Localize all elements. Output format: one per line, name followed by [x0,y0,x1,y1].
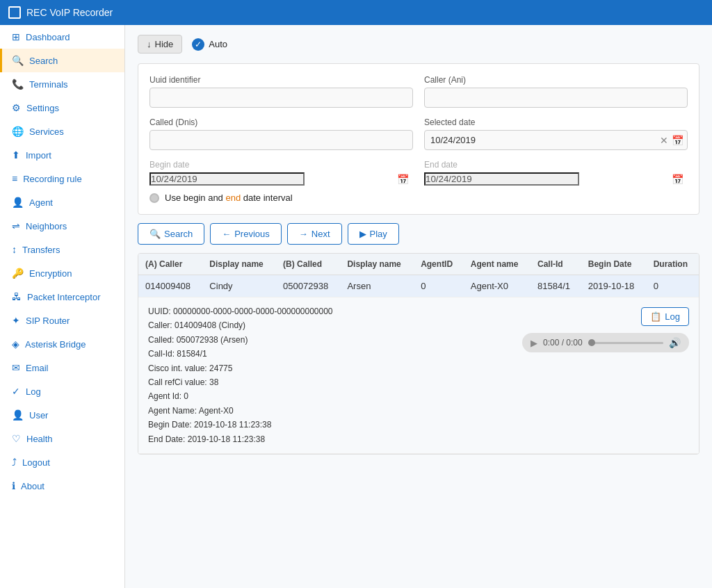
begin-date-label: Begin date [149,160,413,170]
sidebar-item-health[interactable]: ♡Health [0,427,124,450]
sidebar-icon-neighbors: ⇌ [12,220,20,231]
sidebar-item-neighbors[interactable]: ⇌Neighbors [0,214,124,238]
next-arrow-icon: → [299,229,308,239]
results-table: (A) CallerDisplay name(B) CalledDisplay … [138,254,699,454]
search-icon: 🔍 [149,229,161,239]
previous-button[interactable]: ← Previous [210,223,282,245]
caller-input[interactable] [424,88,688,108]
begin-date-group: Begin date 📅 [149,160,413,186]
sidebar-item-logout[interactable]: ⤴Logout [0,450,124,474]
detail-caller: Caller: 014009408 (Cindy) [148,318,508,332]
table-cell: 81584/1 [531,275,581,297]
sidebar-item-terminals[interactable]: 📞Terminals [0,72,124,96]
sidebar-icon-transfers: ↕ [12,244,17,255]
hide-arrow-icon: ↓ [147,39,152,49]
hide-button[interactable]: ↓ Hide [138,35,182,54]
log-button[interactable]: 📋 Log [641,307,689,326]
sidebar-item-email[interactable]: ✉Email [0,356,124,379]
called-group: Called (Dnis) [149,117,413,150]
table-col-header: (A) Caller [138,254,202,275]
sidebar-icon-user: 👤 [12,409,24,420]
audio-time: 0:00 / 0:00 [543,338,583,348]
table-col-header: Call-Id [531,254,581,275]
hide-label: Hide [155,39,174,49]
play-label: Play [370,229,387,239]
sidebar-item-dashboard[interactable]: ⊞Dashboard [0,25,124,49]
sidebar-item-services[interactable]: 🌐Services [0,120,124,143]
called-input[interactable] [149,130,413,150]
sidebar-item-log[interactable]: ✓Log [0,379,124,403]
begin-date-input[interactable] [149,172,305,186]
selected-date-input[interactable] [424,130,688,150]
detail-called: Called: 050072938 (Arsen) [148,333,508,347]
audio-progress-bar[interactable] [588,342,663,344]
sidebar-label-user: User [29,410,48,420]
auto-label: Auto [209,39,227,49]
uuid-input[interactable] [149,88,413,108]
sidebar-item-transfers[interactable]: ↕Transfers [0,238,124,261]
table-col-header: Begin Date [581,254,647,275]
sidebar-item-settings[interactable]: ⚙Settings [0,96,124,120]
detail-call-id: Call-Id: 81584/1 [148,347,508,361]
next-button[interactable]: → Next [287,223,342,245]
interval-toggle[interactable] [149,193,159,203]
audio-play-icon[interactable]: ▶ [531,338,537,348]
interval-text-end: end [225,193,241,203]
sidebar-item-encryption[interactable]: 🔑Encryption [0,261,124,285]
selected-date-wrap: ✕ 📅 [424,130,688,150]
table-cell: 2019-10-18 [581,275,647,297]
selected-date-group: Selected date ✕ 📅 [424,117,688,150]
sidebar-label-logout: Logout [22,457,50,468]
end-date-calendar-icon[interactable]: 📅 [672,174,683,185]
sidebar-label-about: About [21,481,44,491]
sidebar-item-about[interactable]: ℹAbout [0,474,124,498]
detail-call-refci: Call refCi value: 38 [148,375,508,389]
caller-label: Caller (Ani) [424,75,688,85]
play-button[interactable]: ▶ Play [348,223,399,245]
sidebar-item-search[interactable]: 🔍Search [0,49,124,72]
end-date-group: End date 📅 [424,160,688,186]
end-date-label: End date [424,160,688,170]
main-content: ↓ Hide ✓ Auto Uuid identifier Caller (An… [125,25,712,588]
table-cell: 050072938 [276,275,340,297]
audio-player: ▶ 0:00 / 0:00 🔊 [522,333,689,352]
begin-date-calendar-icon[interactable]: 📅 [397,174,409,185]
sidebar-label-search: Search [29,56,58,66]
interval-text-rest: date interval [241,193,292,203]
table-row[interactable]: 014009408Cindy050072938Arsen0Agent-X0815… [138,275,699,297]
sidebar-item-packet_interceptor[interactable]: 🖧Packet Interceptor [0,285,124,309]
detail-agent-name: Agent Name: Agent-X0 [148,404,508,418]
auto-checkbox[interactable]: ✓ Auto [192,38,227,51]
detail-agent-id: Agent Id: 0 [148,389,508,403]
sidebar-label-recording_rule: Recording rule [23,174,82,184]
end-date-wrap: 📅 [424,172,688,186]
volume-icon[interactable]: 🔊 [669,337,681,348]
sidebar: ⊞Dashboard🔍Search📞Terminals⚙Settings🌐Ser… [0,25,125,588]
called-label: Called (Dnis) [149,117,413,127]
log-icon: 📋 [650,311,661,322]
end-date-input[interactable] [424,172,579,186]
sidebar-icon-encryption: 🔑 [12,268,24,279]
selected-date-calendar-icon[interactable]: 📅 [672,135,683,146]
sidebar-label-health: Health [26,434,53,444]
search-button[interactable]: 🔍 Search [138,223,204,245]
search-form: Uuid identifier Caller (Ani) Called (Dni… [138,63,699,215]
sidebar-item-agent[interactable]: 👤Agent [0,190,124,214]
table-col-header: Agent name [464,254,531,275]
sidebar-label-packet_interceptor: Packet Interceptor [27,292,101,302]
table-col-header: Display name [202,254,276,275]
uuid-label: Uuid identifier [149,75,413,85]
sidebar-icon-settings: ⚙ [12,102,21,113]
sidebar-item-asterisk_bridge[interactable]: ◈Asterisk Bridge [0,332,124,356]
sidebar-item-import[interactable]: ⬆Import [0,143,124,167]
table-cell: Arsen [340,275,414,297]
sidebar-item-recording_rule[interactable]: ≡Recording rule [0,167,124,190]
sidebar-item-user[interactable]: 👤User [0,403,124,427]
caller-group: Caller (Ani) [424,75,688,108]
sidebar-icon-asterisk_bridge: ◈ [12,338,19,350]
sidebar-item-sip_router[interactable]: ✦SIP Router [0,309,124,332]
sidebar-icon-email: ✉ [12,362,20,373]
selected-date-clear-icon[interactable]: ✕ [660,135,668,146]
detail-row: UUID: 00000000-0000-0000-0000-0000000000… [138,297,699,454]
selected-date-label: Selected date [424,117,688,127]
